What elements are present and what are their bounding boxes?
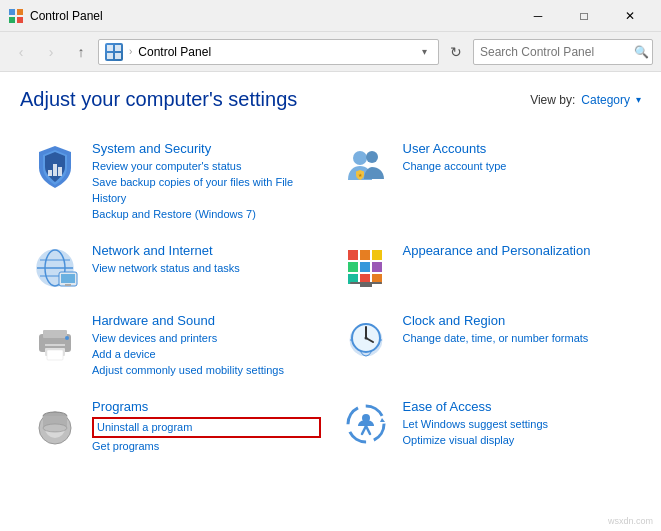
svg-point-37 <box>65 336 69 340</box>
category-appearance: Appearance and Personalization <box>331 233 642 303</box>
up-button[interactable]: ↑ <box>68 39 94 65</box>
system-security-icon <box>30 141 80 191</box>
clock-name[interactable]: Clock and Region <box>403 313 632 328</box>
network-icon <box>30 243 80 293</box>
category-system-security: System and Security Review your computer… <box>20 131 331 233</box>
category-hardware: Hardware and Sound View devices and prin… <box>20 303 331 389</box>
system-security-link-1[interactable]: Review your computer's status <box>92 159 321 174</box>
clock-link-1[interactable]: Change date, time, or number formats <box>403 331 632 346</box>
main-content: Adjust your computer's settings View by:… <box>0 72 661 531</box>
page-header: Adjust your computer's settings View by:… <box>20 88 641 111</box>
svg-rect-35 <box>45 344 65 346</box>
minimize-button[interactable]: ─ <box>515 0 561 32</box>
user-accounts-link-1[interactable]: Change account type <box>403 159 632 174</box>
watermark: wsxdn.com <box>608 516 653 526</box>
ease-icon <box>341 399 391 449</box>
svg-rect-34 <box>43 330 67 338</box>
svg-rect-31 <box>350 282 382 284</box>
svg-rect-23 <box>360 250 370 260</box>
system-security-link-3[interactable]: Backup and Restore (Windows 7) <box>92 207 321 222</box>
category-clock: Clock and Region Change date, time, or n… <box>331 303 642 389</box>
address-text: Control Panel <box>138 45 410 59</box>
clock-text: Clock and Region Change date, time, or n… <box>403 313 632 346</box>
forward-button[interactable]: › <box>38 39 64 65</box>
address-bar[interactable]: › Control Panel ▾ <box>98 39 439 65</box>
category-programs: Programs Uninstall a program Get program… <box>20 389 331 465</box>
hardware-link-2[interactable]: Add a device <box>92 347 321 362</box>
svg-rect-26 <box>360 262 370 272</box>
svg-rect-27 <box>372 262 382 272</box>
svg-rect-8 <box>48 170 52 176</box>
system-security-link-2[interactable]: Save backup copies of your files with Fi… <box>92 175 321 206</box>
svg-line-56 <box>366 426 370 434</box>
view-by-label: View by: <box>530 93 575 107</box>
programs-icon <box>30 399 80 449</box>
address-bar-icon <box>105 43 123 61</box>
svg-rect-6 <box>107 53 113 59</box>
navigation-bar: ‹ › ↑ › Control Panel ▾ ↻ 🔍 <box>0 32 661 72</box>
svg-rect-1 <box>17 9 23 15</box>
window-title: Control Panel <box>30 9 515 23</box>
programs-link-get[interactable]: Get programs <box>92 439 321 454</box>
svg-rect-9 <box>53 164 57 176</box>
categories-grid: System and Security Review your computer… <box>20 131 641 465</box>
category-ease: Ease of Access Let Windows suggest setti… <box>331 389 642 465</box>
svg-rect-5 <box>115 45 121 51</box>
user-accounts-text: User Accounts Change account type <box>403 141 632 174</box>
programs-link-uninstall[interactable]: Uninstall a program <box>92 417 321 438</box>
page-title: Adjust your computer's settings <box>20 88 297 111</box>
svg-rect-7 <box>115 53 121 59</box>
network-text: Network and Internet View network status… <box>92 243 321 276</box>
window-controls: ─ □ ✕ <box>515 0 653 32</box>
user-accounts-name[interactable]: User Accounts <box>403 141 632 156</box>
ease-link-2[interactable]: Optimize visual display <box>403 433 632 448</box>
refresh-button[interactable]: ↻ <box>443 39 469 65</box>
view-by-selector: View by: Category ▾ <box>530 93 641 107</box>
hardware-text: Hardware and Sound View devices and prin… <box>92 313 321 379</box>
hardware-icon <box>30 313 80 363</box>
svg-rect-0 <box>9 9 15 15</box>
user-accounts-icon: ★ <box>341 141 391 191</box>
svg-point-12 <box>366 151 378 163</box>
svg-rect-2 <box>9 17 15 23</box>
view-by-arrow-icon[interactable]: ▾ <box>636 94 641 105</box>
hardware-link-3[interactable]: Adjust commonly used mobility settings <box>92 363 321 378</box>
hardware-name[interactable]: Hardware and Sound <box>92 313 321 328</box>
appearance-icon <box>341 243 391 293</box>
network-link-1[interactable]: View network status and tasks <box>92 261 321 276</box>
programs-name[interactable]: Programs <box>92 399 321 414</box>
svg-rect-22 <box>348 250 358 260</box>
search-input[interactable] <box>480 45 630 59</box>
category-network: Network and Internet View network status… <box>20 233 331 303</box>
svg-rect-21 <box>65 284 71 286</box>
app-icon <box>8 8 24 24</box>
close-button[interactable]: ✕ <box>607 0 653 32</box>
svg-point-11 <box>353 151 367 165</box>
system-security-name[interactable]: System and Security <box>92 141 321 156</box>
view-by-value[interactable]: Category <box>581 93 630 107</box>
ease-name[interactable]: Ease of Access <box>403 399 632 414</box>
svg-rect-20 <box>61 274 75 283</box>
appearance-name[interactable]: Appearance and Personalization <box>403 243 632 258</box>
address-dropdown-arrow[interactable]: ▾ <box>416 44 432 60</box>
address-separator: › <box>129 46 132 57</box>
svg-point-52 <box>43 424 67 432</box>
system-security-text: System and Security Review your computer… <box>92 141 321 223</box>
ease-link-1[interactable]: Let Windows suggest settings <box>403 417 632 432</box>
search-box[interactable]: 🔍 <box>473 39 653 65</box>
category-user-accounts: ★ User Accounts Change account type <box>331 131 642 233</box>
ease-text: Ease of Access Let Windows suggest setti… <box>403 399 632 449</box>
svg-rect-32 <box>360 284 372 287</box>
search-icon[interactable]: 🔍 <box>634 45 649 59</box>
appearance-text: Appearance and Personalization <box>403 243 632 261</box>
hardware-link-1[interactable]: View devices and printers <box>92 331 321 346</box>
back-button[interactable]: ‹ <box>8 39 34 65</box>
clock-icon <box>341 313 391 363</box>
svg-rect-10 <box>58 167 62 176</box>
svg-rect-25 <box>348 262 358 272</box>
network-name[interactable]: Network and Internet <box>92 243 321 258</box>
maximize-button[interactable]: □ <box>561 0 607 32</box>
svg-rect-24 <box>372 250 382 260</box>
svg-rect-4 <box>107 45 113 51</box>
programs-text: Programs Uninstall a program Get program… <box>92 399 321 455</box>
